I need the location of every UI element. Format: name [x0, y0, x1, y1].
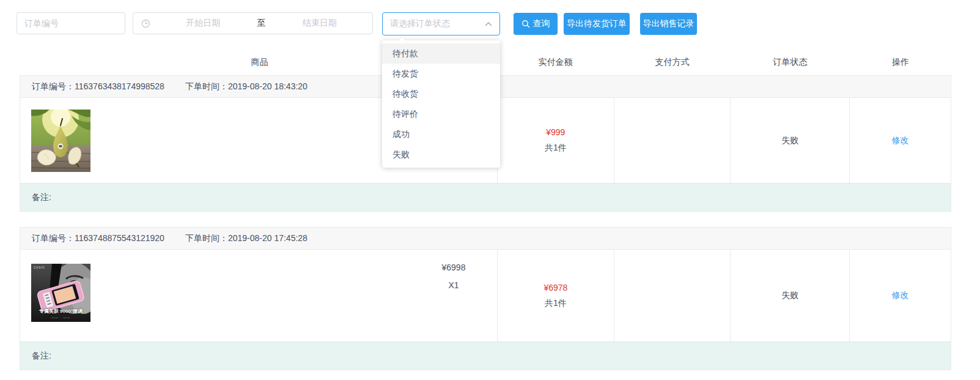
payment-cell: [614, 250, 731, 341]
order-number-input[interactable]: [17, 12, 125, 34]
header-amount: 实付金额: [497, 57, 614, 68]
product-cell: CASIO 专属美肤 9000°微调 —— · —— ¥6998 X1: [20, 250, 497, 341]
search-button-label: 查询: [533, 18, 550, 29]
date-range-picker[interactable]: 开始日期 至 结束日期: [133, 12, 373, 34]
remark-label: 备注:: [32, 192, 51, 203]
chevron-up-icon: [485, 21, 492, 26]
remark-row: 备注:: [20, 341, 951, 370]
remark-row: 备注:: [20, 183, 951, 211]
header-status: 订单状态: [731, 57, 850, 68]
order-number: 订单编号：1163748875543121920: [32, 233, 164, 244]
remark-label: 备注:: [32, 351, 51, 362]
paid-amount: ¥6978: [543, 283, 567, 292]
export-sales-records-button[interactable]: 导出销售记录: [640, 13, 697, 35]
item-count: 共1件: [545, 143, 567, 154]
unit-price-block: ¥6998 X1: [427, 261, 480, 291]
order-card-header: 订单编号：1163748875543121920 下单时间：2019-08-20…: [20, 228, 951, 250]
clock-icon: [141, 19, 150, 28]
item-count: 共1件: [545, 298, 567, 309]
order-card: 订单编号：1163748875543121920 下单时间：2019-08-20…: [20, 227, 951, 370]
order-management-page: 开始日期 至 结束日期 请选择订单状态 查询 导出待发货订单 导出销售记录 商品…: [0, 0, 980, 380]
header-payment: 支付方式: [614, 57, 731, 68]
date-range-separator: 至: [256, 18, 267, 29]
order-time: 下单时间：2019-08-20 18:43:20: [185, 81, 308, 92]
status-option-pending-review[interactable]: 待评价: [382, 104, 500, 124]
amount-cell: ¥6978 共1件: [497, 250, 614, 341]
payment-cell: [614, 98, 731, 183]
status-cell: 失败: [730, 98, 849, 183]
paid-amount: ¥999: [546, 127, 565, 137]
status-option-success[interactable]: 成功: [382, 124, 500, 144]
camera-product-photo: CASIO 专属美肤 9000°微调 —— · ——: [31, 264, 90, 322]
status-cell: 失败: [730, 250, 849, 341]
action-cell: 修改: [849, 250, 951, 341]
image-subline-decoration: —— · ——: [31, 316, 90, 319]
order-number: 订单编号：1163763438174998528: [32, 81, 164, 92]
order-status: 失败: [781, 135, 798, 146]
export-pending-orders-button[interactable]: 导出待发货订单: [564, 13, 630, 35]
status-option-failed[interactable]: 失败: [382, 144, 500, 165]
status-select-placeholder: 请选择订单状态: [383, 18, 485, 29]
image-caption-text: 专属美肤 9000°微调: [31, 308, 90, 315]
unit-price: ¥6998: [427, 261, 480, 274]
modify-link[interactable]: 修改: [892, 135, 909, 146]
status-option-pending-shipment[interactable]: 待发货: [382, 64, 500, 84]
order-row: CASIO 专属美肤 9000°微调 —— · —— ¥6998 X1 ¥697…: [20, 250, 951, 341]
search-icon: [521, 20, 530, 28]
search-button[interactable]: 查询: [514, 13, 558, 35]
amount-cell: ¥999 共1件: [497, 98, 614, 183]
image-brand-text: CASIO: [34, 266, 45, 269]
status-option-pending-receipt[interactable]: 待收货: [382, 84, 500, 104]
pear-product-photo: [31, 110, 90, 172]
order-status-select[interactable]: 请选择订单状态: [382, 12, 500, 35]
start-date-placeholder[interactable]: 开始日期: [150, 18, 256, 29]
action-cell: 修改: [849, 98, 951, 183]
status-dropdown-panel: 待付款 待发货 待收货 待评价 成功 失败: [382, 40, 500, 168]
header-action: 操作: [850, 57, 951, 68]
quantity: X1: [427, 279, 480, 291]
order-status: 失败: [781, 290, 798, 301]
end-date-placeholder[interactable]: 结束日期: [267, 18, 373, 29]
status-option-pending-payment[interactable]: 待付款: [382, 43, 500, 64]
order-time: 下单时间：2019-08-20 17:45:28: [185, 233, 308, 244]
modify-link[interactable]: 修改: [892, 290, 909, 301]
dropdown-arrow: [399, 37, 405, 43]
